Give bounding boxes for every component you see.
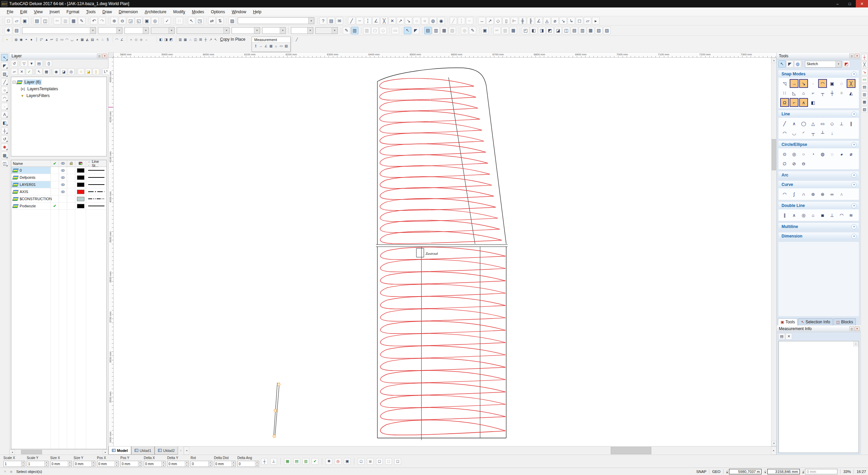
- srf-hook-icon[interactable]: ↩: [49, 37, 54, 42]
- column-name[interactable]: Name: [11, 160, 51, 167]
- toolbar-combo[interactable]: ▼: [238, 17, 314, 24]
- meas-delete-icon[interactable]: ✕: [786, 333, 792, 340]
- format-layers-icon[interactable]: ▤: [13, 27, 20, 34]
- chevron-down-icon[interactable]: ▼: [116, 27, 122, 34]
- double-circle-icon[interactable]: ◎: [799, 211, 808, 220]
- line-tool-icon[interactable]: ╱: [780, 119, 789, 128]
- layer-linestyle-cell[interactable]: [86, 174, 106, 181]
- field-value[interactable]: 0 mm: [121, 461, 138, 467]
- srf-pin-icon[interactable]: ┆: [34, 37, 39, 42]
- insp-ortho-icon[interactable]: ⊥: [270, 458, 277, 465]
- rt-copy-icon[interactable]: ▭: [861, 76, 868, 83]
- chevron-down-icon[interactable]: ▼: [280, 27, 285, 34]
- save-file-icon[interactable]: ▣: [21, 17, 28, 24]
- print-icon[interactable]: ▤: [33, 17, 41, 24]
- scroll-down-icon[interactable]: ▾: [771, 441, 776, 446]
- cut-2-icon[interactable]: ✂: [493, 27, 501, 34]
- select-trace-icon[interactable]: ↖: [188, 17, 195, 24]
- menu-window[interactable]: Window: [228, 8, 250, 16]
- prim-ball-icon[interactable]: ◉: [139, 37, 144, 42]
- ellipse-ratio-icon[interactable]: ⊖: [799, 159, 808, 168]
- osnap-circle-icon[interactable]: ◌: [413, 17, 420, 24]
- dim-text-icon[interactable]: ◻: [576, 17, 583, 24]
- close-button[interactable]: ✕: [856, 0, 868, 7]
- srf-flag-icon[interactable]: ◸: [39, 37, 44, 42]
- tab-scroll-left[interactable]: ‹: [178, 446, 183, 455]
- text-main-icon[interactable]: A: [1, 111, 8, 118]
- collapse-icon[interactable]: −: [13, 81, 16, 84]
- expand-chevron-icon[interactable]: »: [851, 234, 856, 239]
- fill-main-icon[interactable]: ◧: [1, 119, 8, 126]
- op-accept-icon[interactable]: ◉: [8, 469, 14, 474]
- layer-linestyle-cell[interactable]: [86, 195, 106, 202]
- spinner[interactable]: ▲▼: [44, 461, 48, 467]
- double-polygon-icon[interactable]: ⌂: [809, 211, 817, 220]
- scrollbar-thumb[interactable]: [21, 450, 42, 454]
- bezier-tool-icon[interactable]: ∫: [790, 190, 798, 198]
- section-header[interactable]: Line«: [778, 110, 859, 118]
- spiral-tool-icon[interactable]: ⊚: [809, 190, 817, 198]
- field-value[interactable]: 0: [191, 461, 208, 467]
- measure-perimeter-icon[interactable]: ▭: [279, 43, 284, 49]
- snap-intersection-icon[interactable]: ╳: [847, 79, 855, 88]
- tee-tool-icon[interactable]: ┴: [818, 129, 827, 137]
- layer-active-cell[interactable]: [51, 188, 59, 195]
- collapse-chevron-icon[interactable]: «: [851, 142, 856, 147]
- geo-indicator[interactable]: GEO: [712, 470, 720, 474]
- rt-table-icon[interactable]: ▧: [861, 106, 868, 113]
- hatch-box-icon[interactable]: ▨: [1, 70, 8, 77]
- section-header[interactable]: Multiline»: [778, 223, 859, 230]
- select-main-icon[interactable]: ↖: [1, 54, 8, 61]
- toolbar-combo[interactable]: ▼: [232, 27, 260, 34]
- show-all-icon[interactable]: ◉: [53, 68, 60, 75]
- chevron-down-icon[interactable]: ▼: [90, 27, 96, 34]
- meas-list-icon[interactable]: ▤: [778, 333, 785, 340]
- show-toggle-icon[interactable]: ◪: [60, 68, 67, 75]
- scrollbar-thumb[interactable]: [772, 139, 776, 170]
- sheet-tab-model[interactable]: Model: [108, 446, 131, 455]
- layer-visible-cell[interactable]: [59, 174, 67, 181]
- spinner[interactable]: ▲▼: [255, 461, 259, 467]
- field-value[interactable]: 1: [27, 461, 44, 467]
- spinner[interactable]: ▲▼: [138, 461, 142, 467]
- layer-lock-cell[interactable]: [67, 188, 75, 195]
- toolbar-combo[interactable]: ▼: [177, 27, 230, 34]
- dim-shear-icon[interactable]: ◇: [494, 17, 502, 24]
- view-back-icon[interactable]: ◩: [546, 27, 554, 34]
- scroll-right-icon[interactable]: ▸: [771, 446, 776, 455]
- arc-main-icon[interactable]: ◠: [1, 95, 8, 102]
- dim-move-icon[interactable]: ↔: [478, 17, 486, 24]
- minimize-button[interactable]: –: [831, 0, 844, 7]
- y-coordinate-value[interactable]: 3158,846 mm: [767, 469, 800, 474]
- ellipse-tool-icon[interactable]: ∅: [780, 159, 789, 168]
- chevron-down-icon[interactable]: ▼: [169, 27, 174, 34]
- layer-properties-icon[interactable]: ▦: [43, 68, 50, 75]
- move-main-icon[interactable]: ┼: [1, 127, 8, 134]
- node-select-icon[interactable]: ◤: [1, 62, 8, 69]
- layer-color-cell[interactable]: [75, 181, 86, 188]
- layer-row[interactable]: Podwozie✔: [11, 203, 106, 210]
- measure-angle-icon[interactable]: ∠: [263, 43, 269, 49]
- layer-row[interactable]: Defpoints: [11, 174, 106, 181]
- dim-radius-icon[interactable]: ◬: [543, 17, 551, 24]
- toolbar-combo[interactable]: ▼: [315, 27, 338, 34]
- menu-architecture[interactable]: Architecture: [141, 8, 170, 16]
- insp-grid-4-icon[interactable]: ◻: [385, 458, 392, 465]
- layer-color-cell[interactable]: [75, 174, 86, 181]
- solid-prism-icon[interactable]: ◧: [158, 37, 163, 42]
- osnap-segment-icon[interactable]: ╱: [348, 17, 355, 24]
- select-node-icon[interactable]: ◤: [412, 27, 419, 34]
- prim-sphere-icon[interactable]: ●: [129, 37, 134, 42]
- script-recorder-icon[interactable]: ▤: [328, 17, 335, 24]
- srf-wave-icon[interactable]: ≈: [95, 37, 100, 42]
- layer-linestyle-cell[interactable]: [86, 167, 106, 174]
- menu-file[interactable]: File: [3, 8, 17, 16]
- circle-concentric-icon[interactable]: ◎: [790, 150, 798, 158]
- chevron-down-icon[interactable]: ▼: [254, 27, 260, 34]
- layer-row[interactable]: LAYER01: [11, 181, 106, 188]
- toolbar-combo[interactable]: ▼: [262, 27, 286, 34]
- x-coordinate-value[interactable]: 5980,7037 m: [729, 469, 762, 474]
- srf-revolve-icon[interactable]: ◍: [14, 37, 19, 42]
- dim-fence-icon[interactable]: ╫: [519, 17, 526, 24]
- filter-apply-icon[interactable]: ▼: [28, 60, 35, 67]
